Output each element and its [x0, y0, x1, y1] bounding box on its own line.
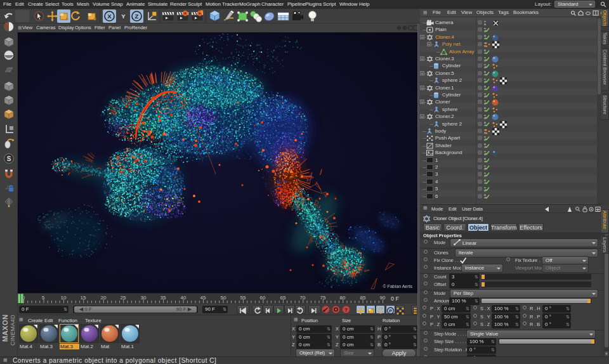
svg-text:© Fabian Aerts: © Fabian Aerts	[383, 284, 413, 289]
svg-text:Z: Z	[135, 13, 139, 20]
svg-text:S: S	[7, 155, 11, 162]
svg-text:X: X	[107, 13, 112, 20]
svg-text:P: P	[389, 309, 392, 313]
svg-text:MAXON: MAXON	[1, 315, 9, 342]
svg-text:?: ?	[344, 307, 348, 313]
svg-text:CINEMA4D: CINEMA4D	[10, 315, 16, 346]
svg-text:Y: Y	[121, 13, 126, 20]
